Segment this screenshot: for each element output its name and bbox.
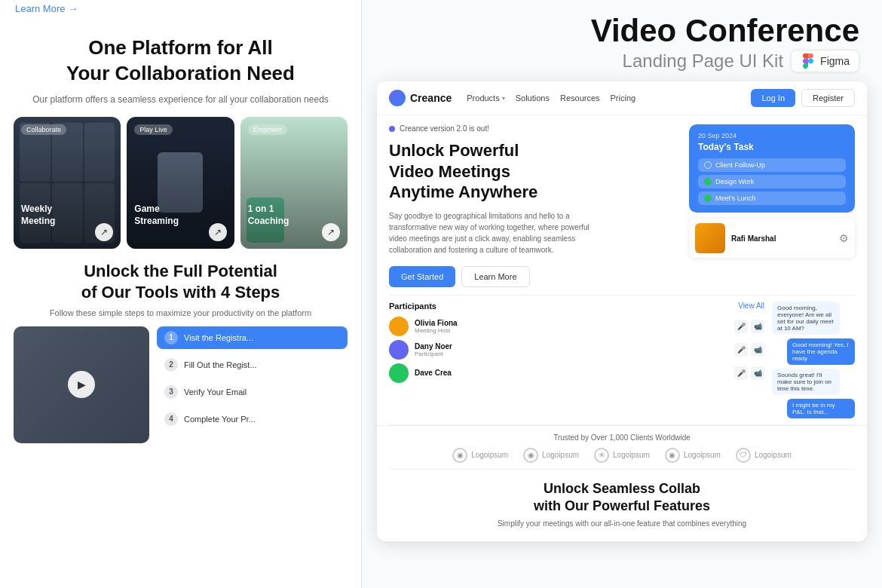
participant-role-2: Participant	[415, 351, 728, 357]
logo-shape-4: ◉	[665, 448, 680, 463]
hero-left: Creance version 2.0 is out! Unlock Power…	[389, 124, 680, 287]
step-label-4: Complete Your Pr...	[184, 415, 256, 424]
logos-row: ◉ Logoipsum ◉ Logoipsum ✳ Logoipsum ◉ Lo…	[389, 448, 855, 463]
card-arrow-coaching[interactable]: ↗	[322, 223, 340, 241]
video-icon-2[interactable]: 📹	[751, 343, 764, 357]
nav-link-solutions[interactable]: Solutions	[516, 93, 550, 103]
unlock-section: Unlock Seamless Collab with Our Powerful…	[377, 470, 867, 542]
mic-icon-1[interactable]: 🎤	[734, 320, 748, 333]
task-item-label-1: Client Follow-Up	[715, 161, 765, 169]
logo-shape-3: ✳	[594, 448, 609, 463]
participant-role-1: Meeting Host	[415, 327, 728, 334]
play-button[interactable]: ▶	[68, 371, 95, 398]
arrow-icon: →	[68, 3, 78, 14]
logo-text-1: Logoipsum	[471, 451, 508, 459]
person-card: Rafi Marshal ⚙	[689, 219, 855, 258]
participant-avatar-3	[389, 363, 409, 383]
platform-section: One Platform for All Your Collaboration …	[0, 20, 361, 117]
mic-icon-2[interactable]: 🎤	[734, 343, 748, 357]
steps-subtitle: Follow these simple steps to maximize yo…	[23, 308, 338, 317]
chat-bubble-3: Sounds great! I'll make sure to join on …	[772, 369, 840, 395]
nav-buttons: Log In Register	[751, 89, 855, 107]
participant-controls-3: 🎤 📹	[734, 366, 764, 380]
card-arrow-meeting[interactable]: ↗	[95, 223, 113, 241]
card-coaching[interactable]: Empower 1 on 1Coaching ↗	[240, 117, 348, 249]
nav-links: Products ▾ Solutions Resources Pricing	[467, 93, 742, 103]
participant-info-3: Dave Crea	[415, 369, 728, 377]
logo-item-2: ◉ Logoipsum	[523, 448, 579, 463]
kit-title-block: Video Conference Landing Page UI Kit Fig…	[591, 15, 859, 72]
hero-description: Say goodbye to geographical limitations …	[389, 210, 600, 256]
participants-section: Participants View All Olivia Fiona Meeti…	[389, 302, 764, 418]
nav-link-resources[interactable]: Resources	[560, 93, 600, 103]
hero-title: Unlock Powerful Video Meetings Anytime A…	[389, 140, 680, 203]
step-num-3: 3	[164, 385, 178, 399]
platform-title-line2: Your Collaboration Need	[66, 62, 295, 84]
mic-icon-3[interactable]: 🎤	[734, 366, 748, 380]
steps-list: 1 Visit the Registra... 2 Fill Out the R…	[157, 326, 348, 443]
participant-row-1: Olivia Fiona Meeting Host 🎤 📹	[389, 317, 764, 336]
figma-icon	[801, 54, 816, 69]
card-label-coaching: 1 on 1Coaching	[248, 204, 289, 227]
step-label-3: Verify Your Email	[184, 387, 247, 397]
hero-right-widget: 20 Sep 2024 Today's Task Client Follow-U…	[689, 124, 855, 287]
card-badge-playlive: Play Live	[134, 124, 173, 135]
hero-title-line1: Unlock Powerful	[389, 141, 519, 160]
participants-header: Participants View All	[389, 302, 764, 311]
logo-item-1: ◉ Logoipsum	[452, 448, 508, 463]
get-started-button[interactable]: Get Started	[389, 266, 455, 287]
version-dot	[389, 126, 395, 132]
task-check-1	[704, 161, 712, 169]
register-button[interactable]: Register	[801, 89, 855, 107]
left-panel: Learn More → One Platform for All Your C…	[0, 0, 362, 588]
trusted-title: Trusted by Over 1,000 Clients Worldwide	[389, 433, 855, 442]
nav-link-products[interactable]: Products ▾	[467, 93, 504, 103]
hero-title-line2: Video Meetings	[389, 162, 510, 181]
video-block[interactable]: ▶	[14, 326, 149, 443]
figma-badge[interactable]: Figma	[791, 50, 859, 72]
logo-shape-5: 🛡	[736, 448, 751, 463]
logo-item-4: ◉ Logoipsum	[665, 448, 721, 463]
unlock-title: Unlock Seamless Collab with Our Powerful…	[389, 480, 855, 516]
settings-icon[interactable]: ⚙	[839, 232, 849, 244]
step-item-3[interactable]: 3 Verify Your Email	[157, 381, 348, 403]
kit-subtitle: Landing Page UI Kit	[623, 51, 783, 72]
logo-shape-1: ◉	[452, 448, 467, 463]
top-strip: Learn More →	[0, 0, 361, 20]
participants-title: Participants	[389, 302, 436, 311]
card-arrow-streaming[interactable]: ↗	[209, 223, 227, 241]
unlock-title-line1: Unlock Seamless Collab	[544, 481, 700, 496]
card-label-meeting: WeeklyMeeting	[21, 204, 55, 227]
step-item-1[interactable]: 1 Visit the Registra...	[157, 326, 348, 349]
task-item-label-3: Meet's Lunch	[715, 194, 755, 202]
step-item-4[interactable]: 4 Complete Your Pr...	[157, 408, 348, 430]
step-label-1: Visit the Registra...	[184, 333, 253, 342]
participant-name-3: Dave Crea	[415, 369, 728, 377]
steps-title-line1: Unlock the Full Potential	[84, 262, 277, 280]
chevron-down-icon: ▾	[502, 95, 505, 102]
video-icon-1[interactable]: 📹	[751, 320, 764, 333]
participant-row-2: Dany Noer Participant 🎤 📹	[389, 340, 764, 360]
card-weekly-meeting[interactable]: Collaborate WeeklyMeeting ↗	[14, 117, 121, 249]
hero-learn-more-button[interactable]: Learn More	[461, 266, 529, 287]
step-num-2: 2	[164, 358, 178, 372]
participant-avatar-1	[389, 317, 409, 336]
step-label-2: Fill Out the Regist...	[184, 360, 257, 369]
login-button[interactable]: Log In	[751, 89, 795, 107]
card-game-streaming[interactable]: Play Live GameStreaming ↗	[127, 117, 234, 249]
video-icon-3[interactable]: 📹	[751, 366, 764, 380]
version-badge: Creance version 2.0 is out!	[389, 124, 680, 133]
logo-item-5: 🛡 Logoipsum	[736, 448, 792, 463]
chat-section: Good morning, everyone! Are we all set f…	[772, 302, 855, 418]
steps-section: Unlock the Full Potential of Our Tools w…	[0, 261, 361, 326]
nav-link-pricing[interactable]: Pricing	[611, 93, 636, 103]
step-num-1: 1	[164, 331, 178, 345]
task-check-2	[704, 178, 712, 185]
participants-chat-row: Participants View All Olivia Fiona Meeti…	[377, 296, 867, 424]
card-badge-collaborate: Collaborate	[21, 124, 66, 135]
person-name: Rafi Marshal	[731, 234, 833, 243]
step-item-2[interactable]: 2 Fill Out the Regist...	[157, 354, 348, 376]
learn-more-link[interactable]: Learn More →	[15, 3, 346, 14]
hero-title-line3: Anytime Anywhere	[389, 182, 537, 201]
view-all-link[interactable]: View All	[738, 302, 764, 310]
